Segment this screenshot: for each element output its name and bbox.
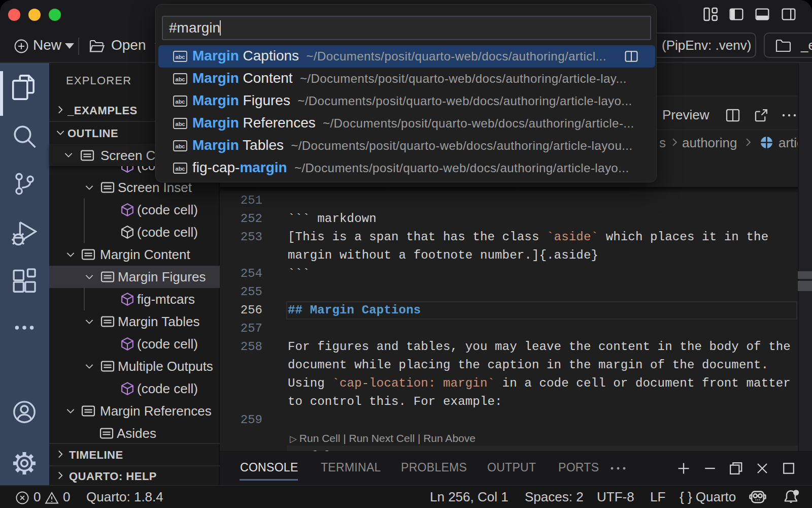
svg-text:abc: abc: [176, 54, 185, 60]
svg-text:abc: abc: [176, 76, 185, 82]
svg-text:abc: abc: [176, 143, 185, 149]
svg-text:abc: abc: [176, 121, 185, 127]
svg-text:abc: abc: [176, 166, 185, 172]
svg-text:abc: abc: [176, 99, 185, 105]
